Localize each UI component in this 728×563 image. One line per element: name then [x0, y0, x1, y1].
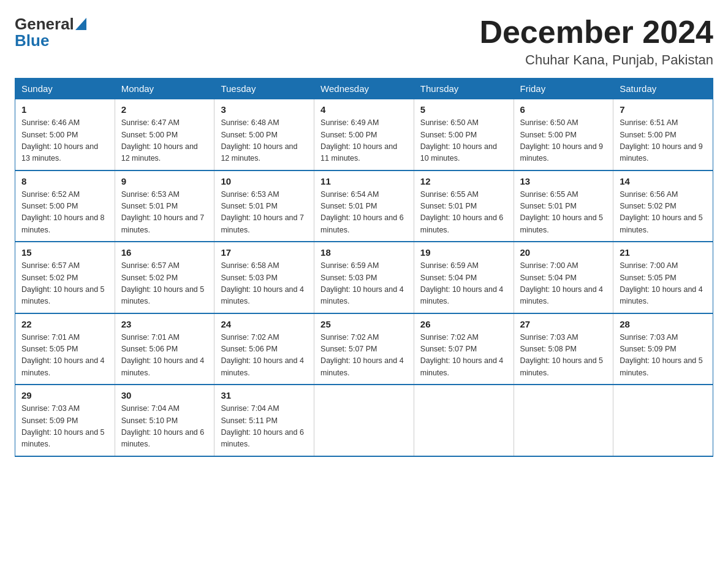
day-number: 30	[121, 390, 208, 400]
day-info: Sunrise: 6:55 AMSunset: 5:01 PMDaylight:…	[420, 190, 504, 234]
day-info: Sunrise: 6:50 AMSunset: 5:00 PMDaylight:…	[520, 118, 604, 163]
day-number: 28	[620, 319, 707, 329]
day-info: Sunrise: 6:51 AMSunset: 5:00 PMDaylight:…	[620, 118, 703, 163]
table-row: 30 Sunrise: 7:04 AMSunset: 5:10 PMDaylig…	[115, 385, 214, 456]
day-number: 10	[221, 176, 308, 186]
day-info: Sunrise: 6:59 AMSunset: 5:03 PMDaylight:…	[320, 261, 404, 305]
day-number: 15	[21, 247, 108, 258]
table-row: 22 Sunrise: 7:01 AMSunset: 5:05 PMDaylig…	[15, 313, 115, 385]
day-number: 29	[21, 390, 108, 400]
table-row	[314, 385, 414, 456]
day-number: 27	[520, 319, 607, 329]
location-title: Chuhar Kana, Punjab, Pakistan	[479, 52, 713, 68]
month-title: December 2024	[479, 15, 713, 50]
table-row	[613, 385, 713, 456]
table-row: 26 Sunrise: 7:02 AMSunset: 5:07 PMDaylig…	[414, 313, 514, 385]
day-number: 3	[221, 104, 308, 115]
table-row: 20 Sunrise: 7:00 AMSunset: 5:04 PMDaylig…	[514, 242, 613, 313]
col-sunday: Sunday	[15, 79, 115, 99]
day-number: 20	[520, 247, 607, 258]
calendar-week-row: 15 Sunrise: 6:57 AMSunset: 5:02 PMDaylig…	[15, 242, 713, 313]
day-info: Sunrise: 7:02 AMSunset: 5:07 PMDaylight:…	[320, 333, 404, 377]
day-number: 21	[620, 247, 707, 258]
day-number: 7	[620, 104, 707, 115]
table-row: 14 Sunrise: 6:56 AMSunset: 5:02 PMDaylig…	[613, 170, 713, 242]
day-number: 13	[520, 176, 607, 186]
day-info: Sunrise: 6:56 AMSunset: 5:02 PMDaylight:…	[620, 190, 703, 234]
col-wednesday: Wednesday	[314, 79, 414, 99]
table-row: 11 Sunrise: 6:54 AMSunset: 5:01 PMDaylig…	[314, 170, 414, 242]
day-info: Sunrise: 6:52 AMSunset: 5:00 PMDaylight:…	[21, 190, 105, 234]
day-number: 1	[21, 104, 108, 115]
table-row: 3 Sunrise: 6:48 AMSunset: 5:00 PMDayligh…	[214, 99, 314, 170]
table-row: 19 Sunrise: 6:59 AMSunset: 5:04 PMDaylig…	[414, 242, 514, 313]
day-info: Sunrise: 6:57 AMSunset: 5:02 PMDaylight:…	[21, 261, 105, 305]
day-info: Sunrise: 6:58 AMSunset: 5:03 PMDaylight:…	[221, 261, 304, 305]
table-row: 27 Sunrise: 7:03 AMSunset: 5:08 PMDaylig…	[514, 313, 613, 385]
table-row: 1 Sunrise: 6:46 AMSunset: 5:00 PMDayligh…	[15, 99, 115, 170]
table-row: 10 Sunrise: 6:53 AMSunset: 5:01 PMDaylig…	[214, 170, 314, 242]
col-monday: Monday	[115, 79, 214, 99]
svg-marker-0	[75, 18, 86, 30]
day-number: 2	[121, 104, 208, 115]
day-info: Sunrise: 7:00 AMSunset: 5:05 PMDaylight:…	[620, 261, 703, 305]
day-info: Sunrise: 6:53 AMSunset: 5:01 PMDaylight:…	[221, 190, 304, 234]
table-row: 18 Sunrise: 6:59 AMSunset: 5:03 PMDaylig…	[314, 242, 414, 313]
day-number: 18	[320, 247, 408, 258]
day-info: Sunrise: 6:53 AMSunset: 5:01 PMDaylight:…	[121, 190, 205, 234]
day-number: 19	[420, 247, 507, 258]
col-tuesday: Tuesday	[214, 79, 314, 99]
day-info: Sunrise: 7:02 AMSunset: 5:06 PMDaylight:…	[221, 333, 304, 377]
day-info: Sunrise: 7:03 AMSunset: 5:09 PMDaylight:…	[21, 404, 105, 448]
day-info: Sunrise: 7:04 AMSunset: 5:11 PMDaylight:…	[221, 404, 304, 448]
day-info: Sunrise: 6:49 AMSunset: 5:00 PMDaylight:…	[320, 118, 397, 163]
day-info: Sunrise: 6:55 AMSunset: 5:01 PMDaylight:…	[520, 190, 604, 234]
table-row: 25 Sunrise: 7:02 AMSunset: 5:07 PMDaylig…	[314, 313, 414, 385]
logo-triangle-icon	[75, 18, 86, 30]
day-number: 8	[21, 176, 108, 186]
table-row: 17 Sunrise: 6:58 AMSunset: 5:03 PMDaylig…	[214, 242, 314, 313]
calendar-header-row: Sunday Monday Tuesday Wednesday Thursday…	[15, 79, 713, 99]
table-row: 21 Sunrise: 7:00 AMSunset: 5:05 PMDaylig…	[613, 242, 713, 313]
day-number: 26	[420, 319, 507, 329]
table-row: 13 Sunrise: 6:55 AMSunset: 5:01 PMDaylig…	[514, 170, 613, 242]
day-number: 24	[221, 319, 308, 329]
day-info: Sunrise: 7:03 AMSunset: 5:09 PMDaylight:…	[620, 333, 703, 377]
day-info: Sunrise: 7:01 AMSunset: 5:05 PMDaylight:…	[21, 333, 105, 377]
day-info: Sunrise: 6:46 AMSunset: 5:00 PMDaylight:…	[21, 118, 98, 163]
day-info: Sunrise: 7:04 AMSunset: 5:10 PMDaylight:…	[121, 404, 205, 448]
table-row: 23 Sunrise: 7:01 AMSunset: 5:06 PMDaylig…	[115, 313, 214, 385]
day-number: 16	[121, 247, 208, 258]
table-row: 9 Sunrise: 6:53 AMSunset: 5:01 PMDayligh…	[115, 170, 214, 242]
calendar-table: Sunday Monday Tuesday Wednesday Thursday…	[15, 78, 713, 457]
col-saturday: Saturday	[613, 79, 713, 99]
logo-blue: Blue	[15, 31, 49, 50]
day-info: Sunrise: 7:01 AMSunset: 5:06 PMDaylight:…	[121, 333, 205, 377]
day-number: 6	[520, 104, 607, 115]
table-row: 6 Sunrise: 6:50 AMSunset: 5:00 PMDayligh…	[514, 99, 613, 170]
day-number: 11	[320, 176, 408, 186]
table-row	[414, 385, 514, 456]
day-number: 5	[420, 104, 507, 115]
table-row: 4 Sunrise: 6:49 AMSunset: 5:00 PMDayligh…	[314, 99, 414, 170]
day-info: Sunrise: 6:57 AMSunset: 5:02 PMDaylight:…	[121, 261, 205, 305]
page-header: General Blue December 2024 Chuhar Kana, …	[15, 15, 713, 68]
calendar-week-row: 29 Sunrise: 7:03 AMSunset: 5:09 PMDaylig…	[15, 385, 713, 456]
table-row	[514, 385, 613, 456]
day-info: Sunrise: 6:50 AMSunset: 5:00 PMDaylight:…	[420, 118, 497, 163]
table-row: 31 Sunrise: 7:04 AMSunset: 5:11 PMDaylig…	[214, 385, 314, 456]
day-info: Sunrise: 7:00 AMSunset: 5:04 PMDaylight:…	[520, 261, 604, 305]
calendar-week-row: 8 Sunrise: 6:52 AMSunset: 5:00 PMDayligh…	[15, 170, 713, 242]
col-thursday: Thursday	[414, 79, 514, 99]
day-info: Sunrise: 6:54 AMSunset: 5:01 PMDaylight:…	[320, 190, 404, 234]
table-row: 7 Sunrise: 6:51 AMSunset: 5:00 PMDayligh…	[613, 99, 713, 170]
table-row: 8 Sunrise: 6:52 AMSunset: 5:00 PMDayligh…	[15, 170, 115, 242]
day-number: 4	[320, 104, 408, 115]
day-number: 9	[121, 176, 208, 186]
calendar-week-row: 22 Sunrise: 7:01 AMSunset: 5:05 PMDaylig…	[15, 313, 713, 385]
table-row: 5 Sunrise: 6:50 AMSunset: 5:00 PMDayligh…	[414, 99, 514, 170]
title-area: December 2024 Chuhar Kana, Punjab, Pakis…	[479, 15, 713, 68]
day-number: 17	[221, 247, 308, 258]
day-number: 22	[21, 319, 108, 329]
table-row: 28 Sunrise: 7:03 AMSunset: 5:09 PMDaylig…	[613, 313, 713, 385]
